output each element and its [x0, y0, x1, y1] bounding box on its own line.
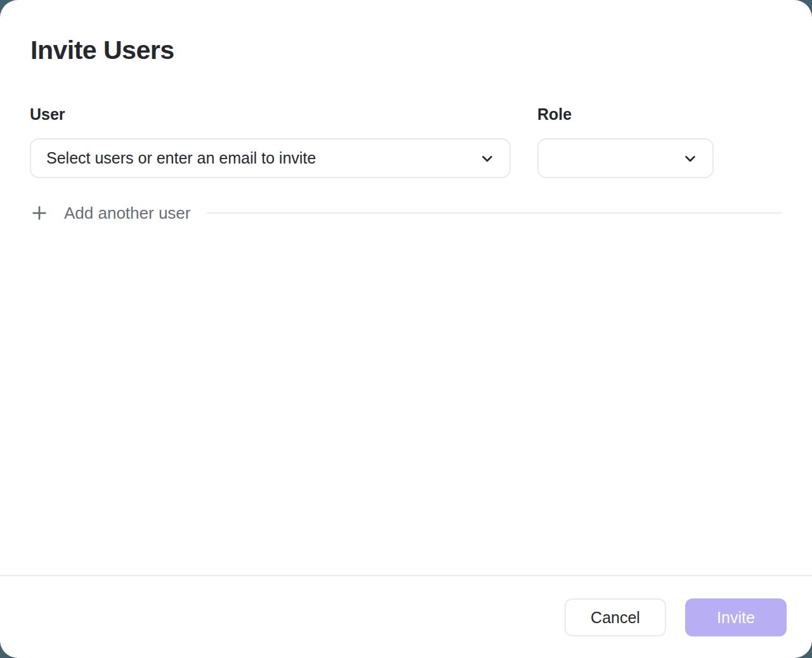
add-another-user-button[interactable]: Add another user: [30, 203, 190, 223]
user-field-label: User: [30, 105, 65, 124]
cancel-button[interactable]: Cancel: [565, 598, 666, 636]
invite-button[interactable]: Invite: [685, 598, 787, 636]
add-user-divider: [207, 212, 782, 214]
user-select[interactable]: Select users or enter an email to invite: [30, 138, 511, 178]
add-another-user-row: Add another user: [30, 203, 782, 223]
chevron-down-icon: [479, 150, 495, 167]
modal-title: Invite Users: [30, 34, 174, 67]
role-field-label: Role: [537, 105, 572, 124]
add-another-user-label: Add another user: [64, 203, 190, 223]
plus-icon: [30, 203, 49, 223]
page-backdrop: Invite Users User Select users or enter …: [0, 0, 812, 658]
footer-divider: [0, 575, 812, 576]
chevron-down-icon: [682, 150, 698, 167]
user-select-placeholder: Select users or enter an email to invite: [46, 149, 479, 167]
invite-users-modal: Invite Users User Select users or enter …: [0, 0, 812, 658]
role-select[interactable]: [537, 138, 714, 178]
